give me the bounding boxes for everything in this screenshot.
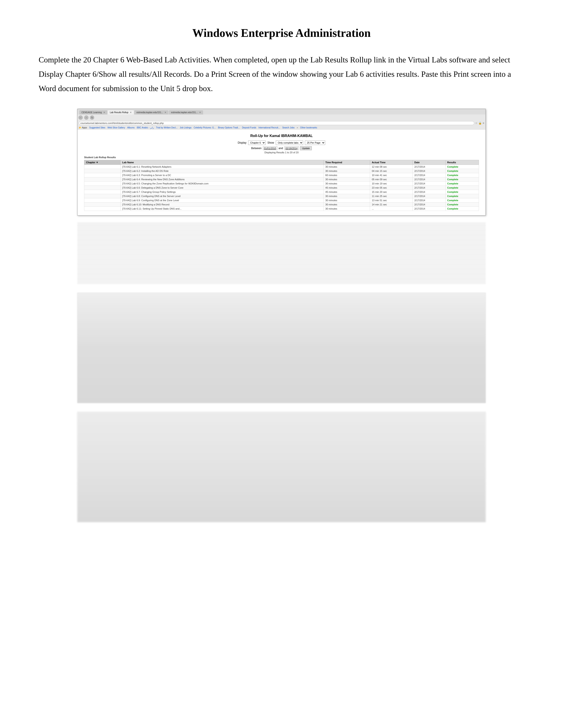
cell-result: Complete (445, 207, 479, 211)
browser-content: Roll-Up for Kamal IBRAHIM-KAMBAL Display… (77, 129, 486, 215)
bookmark-international[interactable]: International Recruit... (258, 126, 280, 129)
cell-chapter (84, 165, 120, 169)
cell-result: Complete (445, 173, 479, 177)
page-title: Windows Enterprise Administration (35, 26, 528, 39)
cell-lab-name: [70-642] Lab 6.10: Modifying a DNS Recor… (120, 203, 324, 207)
bookmark-suggested-sites[interactable]: Suggested Sites (89, 126, 105, 129)
star-icon: ☆ (475, 122, 478, 125)
bookmark-search-jobs[interactable]: Search Jobs (282, 126, 295, 129)
browser-screenshot: CENGAGE Learning ✕ Lab Results Rollup ✕ … (77, 109, 486, 216)
cell-time-required: 30 minutes (324, 203, 370, 207)
cell-date: 2/17/2014 (413, 190, 445, 194)
cell-time-required: 30 minutes (324, 194, 370, 198)
cell-date: 2/17/2014 (413, 169, 445, 173)
blurred-screenshot-3 (77, 293, 486, 403)
cell-lab-name: [70-642] Lab 6.6: Delegating a DNS Zone … (120, 186, 324, 190)
between-row: Between 01/01/2010 and 02/18/2014 Update (84, 146, 479, 150)
cell-actual-time: 05 min 09 sec (370, 177, 413, 182)
cell-date: 2/17/2014 (413, 177, 445, 182)
tab-cengage[interactable]: CENGAGE Learning ✕ (79, 110, 107, 114)
cell-time-required: 45 minutes (324, 186, 370, 190)
tab-estmedia-2[interactable]: estmedia.kaplan.edu/151... ✕ (169, 110, 203, 114)
table-row: [70-642] Lab 6.6: Delegating a DNS Zone … (84, 186, 479, 190)
bookmark-job-listings[interactable]: Job Listings (180, 126, 191, 129)
bookmarks-more: » (297, 126, 298, 129)
col-header-chapter[interactable]: Chapter ▼ (84, 160, 120, 165)
blurred-screenshot-4 (77, 412, 486, 522)
cell-actual-time: 13 min 51 sec (370, 198, 413, 203)
cell-lab-name: [70-642] Lab 6.8: Configuring DNS at the… (120, 194, 324, 198)
browser-nav: ← → ↻ (77, 114, 486, 121)
bookmark-celebrity[interactable]: Celebrity Pictures: G... (194, 126, 216, 129)
col-header-time-required: Time Required (324, 160, 370, 165)
cell-lab-name: [70-642] Lab 6.1: Resetting Network Adap… (120, 165, 324, 169)
update-button[interactable]: Update (300, 146, 312, 150)
bookmark-web-slice[interactable]: Web Slice Gallery (107, 126, 125, 129)
cell-lab-name: [70-642] Lab 6.5: Changing the Zone Repl… (120, 182, 324, 186)
bookmark-binary[interactable]: Binary Options Tradi... (218, 126, 240, 129)
bookmark-albums[interactable]: Albums (127, 126, 134, 129)
cell-result: Complete (445, 203, 479, 207)
bookmark-other[interactable]: Other bookmarks (300, 126, 317, 129)
display-select[interactable]: Chapter 6 (248, 141, 265, 145)
cell-chapter (84, 194, 120, 198)
bookmarks-bar: 📂 Apps Suggested Sites Web Slice Gallery… (77, 126, 486, 129)
cell-chapter (84, 177, 120, 182)
date-to-input[interactable]: 02/18/2014 (285, 146, 299, 150)
tab-estmedia-1[interactable]: estmedia.kaplan.edu/151... ✕ (134, 110, 168, 114)
cell-lab-name: [70-642] Lab 6.2: Installing the AD DS R… (120, 169, 324, 173)
per-page-select[interactable]: 25 Per Page (305, 141, 325, 145)
lab-results-table: Chapter ▼ Lab Name Time Required Actual … (84, 160, 479, 211)
browser-chrome: CENGAGE Learning ✕ Lab Results Rollup ✕ … (77, 109, 486, 114)
cell-result: Complete (445, 194, 479, 198)
bookmark-bbc[interactable]: BBC Arabic - رابر (137, 126, 154, 129)
and-label: and (278, 147, 283, 150)
address-row: ☆ 🔒 ≡ (77, 121, 486, 126)
table-row: [70-642] Lab 6.10: Modifying a DNS Recor… (84, 203, 479, 207)
cell-chapter (84, 203, 120, 207)
table-row: [70-642] Lab 6.1: Resetting Network Adap… (84, 165, 479, 169)
table-row: [70-642] Lab 6.8: Configuring DNS at the… (84, 194, 479, 198)
tab-lab-results[interactable]: Lab Results Rollup ✕ (108, 110, 134, 114)
cell-time-required: 30 minutes (324, 207, 370, 211)
cell-result: Complete (445, 165, 479, 169)
cell-chapter (84, 186, 120, 190)
cell-chapter (84, 173, 120, 177)
cell-date: 2/17/2014 (413, 182, 445, 186)
cell-date: 2/17/2014 (413, 207, 445, 211)
blurred-screenshot-2 (77, 222, 486, 284)
cell-result: Complete (445, 198, 479, 203)
bookmark-deposit[interactable]: Deposit Funds (242, 126, 256, 129)
cell-chapter (84, 198, 120, 203)
col-header-date: Date (413, 160, 445, 165)
menu-icon: ≡ (483, 122, 484, 125)
cell-actual-time: 14 min 21 sec (370, 203, 413, 207)
cell-result: Complete (445, 190, 479, 194)
cell-time-required: 45 minutes (324, 190, 370, 194)
cell-chapter (84, 207, 120, 211)
bookmark-trial[interactable]: Trial by Written Decl... (156, 126, 178, 129)
cell-lab-name: [70-642] Lab 6.9: Configuring DNS at the… (120, 198, 324, 203)
cell-date: 2/17/2014 (413, 186, 445, 190)
browser-tabs: CENGAGE Learning ✕ Lab Results Rollup ✕ … (79, 110, 484, 114)
table-row: [70-642] Lab 6.7: Changing Group Policy … (84, 190, 479, 194)
cell-actual-time: 23 min 05 sec (370, 186, 413, 190)
forward-button[interactable]: → (84, 115, 88, 120)
cell-time-required: 60 minutes (324, 173, 370, 177)
date-from-input[interactable]: 01/01/2010 (263, 146, 277, 150)
reload-button[interactable]: ↻ (90, 115, 94, 120)
address-input[interactable] (79, 121, 474, 125)
back-button[interactable]: ← (78, 115, 83, 120)
cell-time-required: 30 minutes (324, 198, 370, 203)
col-header-results: Results (445, 160, 479, 165)
cell-result: Complete (445, 177, 479, 182)
cell-actual-time: 10 min 19 sec (370, 182, 413, 186)
show-select[interactable]: Only complete labs (276, 141, 303, 145)
col-header-actual-time: Actual Time (370, 160, 413, 165)
cell-chapter (84, 190, 120, 194)
cell-lab-name: [70-642] Lab 6.7: Changing Group Policy … (120, 190, 324, 194)
col-header-lab-name: Lab Name (120, 160, 324, 165)
cell-date: 2/17/2014 (413, 165, 445, 169)
cell-result: Complete (445, 186, 479, 190)
cell-actual-time: 11 min 25 sec (370, 194, 413, 198)
